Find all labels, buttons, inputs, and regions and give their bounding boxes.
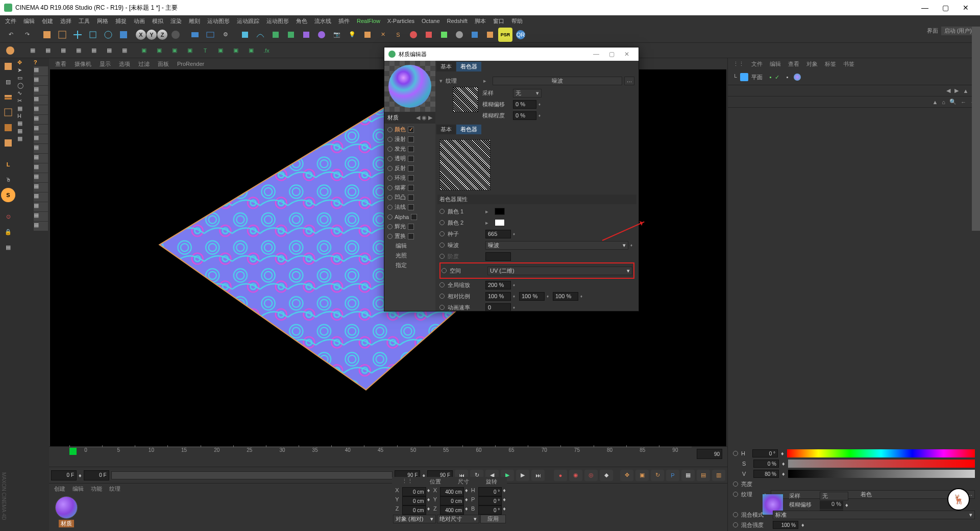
mouse-icon[interactable]: 🖱 xyxy=(1,173,15,187)
rot-key-icon[interactable]: ↻ xyxy=(651,470,664,481)
grid-j[interactable]: ▦ xyxy=(34,154,48,163)
menu-help[interactable]: 帮助 xyxy=(511,17,523,25)
coordinates-panel[interactable]: ⋮⋮ 位置 尺寸 旋转 X0 cm♦X400 cm♦H0 °♦ Y0 cm♦Y0… xyxy=(392,477,507,531)
rect-icon[interactable]: ▭ xyxy=(17,75,32,81)
grid-p[interactable]: ▦ xyxy=(34,212,48,221)
nav-up2-icon[interactable]: ▲ xyxy=(932,99,938,105)
menu-anim[interactable]: 动画 xyxy=(134,17,145,25)
key-button[interactable]: ◆ xyxy=(600,470,613,481)
close-button[interactable]: ✕ xyxy=(955,0,976,15)
tag2-icon[interactable] xyxy=(422,28,436,42)
menu-mograph2[interactable]: 运动图形 xyxy=(266,17,289,25)
cube-prim-icon[interactable] xyxy=(1,59,15,74)
left-tool-column-3[interactable]: ? ▦ ▦ ▦ ▦ ▦ ▦ ▦ ▦ ▦ ▦ ▦ ▦ ▦ ▦ ▦ ▦ ▦ xyxy=(33,58,49,531)
axis-lock[interactable]: XYZ xyxy=(136,30,167,40)
grid-n[interactable]: ▦ xyxy=(34,192,48,202)
lock-icon[interactable]: 🔒 xyxy=(1,225,15,239)
global-scale-input[interactable]: 200 % xyxy=(485,281,511,289)
coord-system-icon[interactable] xyxy=(168,28,183,42)
plane-icon[interactable]: ▦ xyxy=(1,240,15,254)
grid-q[interactable]: ▦ xyxy=(34,222,48,231)
menu-mesh[interactable]: 网格 xyxy=(97,17,108,25)
l-icon[interactable]: L xyxy=(1,157,15,172)
xp-icon[interactable]: ✕ xyxy=(376,28,390,42)
menu-tools[interactable]: 工具 xyxy=(79,17,90,25)
coord-mode-dropdown[interactable]: 对象 (相对)▾ xyxy=(393,515,436,523)
st-cube4[interactable]: ▣ xyxy=(183,43,197,58)
opt2-icon[interactable]: ▥ xyxy=(712,470,725,481)
h-icon[interactable]: H xyxy=(17,113,32,119)
current-frame[interactable] xyxy=(84,470,109,480)
grid-g[interactable]: ▦ xyxy=(34,125,48,134)
undo-button[interactable]: ↶ xyxy=(3,27,18,42)
menu-octane[interactable]: Octane xyxy=(422,18,439,24)
tag1-icon[interactable] xyxy=(406,28,421,42)
sat-slider[interactable] xyxy=(788,460,975,468)
live-select-icon[interactable] xyxy=(40,28,54,42)
checker-icon[interactable]: ▨ xyxy=(1,75,15,89)
move-icon[interactable]: ✥ xyxy=(17,59,32,66)
camera-icon[interactable]: 📷 xyxy=(330,28,344,42)
me-maximize[interactable]: ▢ xyxy=(604,51,619,58)
color1-swatch[interactable] xyxy=(495,208,505,215)
generator-icon[interactable] xyxy=(284,28,298,42)
grid-f[interactable]: ▦ xyxy=(34,115,48,124)
object-manager-menubar[interactable]: ⋮⋮ 文件 编辑 查看 对象 标签 书签 xyxy=(728,58,980,69)
maximize-button[interactable]: ▢ xyxy=(935,0,955,15)
menu-snap[interactable]: 捕捉 xyxy=(115,17,127,25)
timeline-ruler[interactable]: 0510 152025 303540 455055 606570 758085 … xyxy=(69,447,692,457)
playback-bar[interactable]: ♦ ♦ ⏮ ↻ ◀ ▶ ▶ ⏭ ● ◉ ◎ ◆ ✥ ▣ ↻ P ▦ ▤ ▥ xyxy=(49,467,727,483)
hue-slider[interactable] xyxy=(787,449,975,457)
st-d[interactable]: ▦ xyxy=(71,43,86,58)
seed-input[interactable]: 665 xyxy=(485,230,511,238)
pla-key-icon[interactable]: ▦ xyxy=(681,470,695,481)
st-cube6[interactable]: ▣ xyxy=(229,43,243,58)
color2-swatch[interactable] xyxy=(495,219,505,226)
layers1-icon[interactable] xyxy=(1,90,15,104)
grid-a[interactable]: ▦ xyxy=(34,66,48,76)
blend-strength-input[interactable]: 100 % xyxy=(773,521,798,529)
space-dropdown[interactable]: UV (二维)▾ xyxy=(487,267,632,275)
left-tool-column-1[interactable]: ▨ L 🖱 S ⊙ 🔒 ▦ xyxy=(0,58,16,531)
color-checkbox[interactable]: ✓ xyxy=(408,127,414,133)
grid-m[interactable]: ▦ xyxy=(34,183,48,192)
menu-create[interactable]: 创建 xyxy=(42,17,53,25)
rotate-tool-icon[interactable] xyxy=(101,28,115,42)
left-tool-column-2[interactable]: ✥ ➤ ▭ ◯ ∿ ✂ ▦ H ▦ ▦ ▦ xyxy=(16,58,33,531)
grid-o[interactable]: ▦ xyxy=(34,202,48,211)
material-editor-window[interactable]: 材质编辑器 — ▢ ✕ 材质◀ ◉ ▶ 颜色✓ 漫射 发光 透明 反射 环境 烟… xyxy=(384,47,639,311)
material-name[interactable]: 材质 xyxy=(387,114,399,122)
goto-end-button[interactable]: ⏭ xyxy=(531,470,545,481)
menu-char[interactable]: 角色 xyxy=(296,17,307,25)
nav-home2-icon[interactable]: ⌂ xyxy=(942,99,945,105)
cube-icon[interactable] xyxy=(238,28,252,42)
render-settings-icon[interactable]: ⚙ xyxy=(218,28,233,42)
menu-realflow[interactable]: RealFlow xyxy=(357,18,380,24)
next-frame-button[interactable]: ▶ xyxy=(516,470,529,481)
main-toolbar[interactable]: ↶ ↷ XYZ ⚙ 📷 💡 ✕ S PSR QR xyxy=(0,27,980,43)
menu-sculpt[interactable]: 雕刻 xyxy=(189,17,200,25)
sample-dropdown[interactable]: 无▾ xyxy=(513,89,542,98)
lasso-icon[interactable]: ◯ xyxy=(17,82,32,89)
st-a[interactable]: ▦ xyxy=(26,43,40,58)
grid-d[interactable]: ▦ xyxy=(34,95,48,105)
st-f[interactable]: ▦ xyxy=(102,43,116,58)
st-cube3[interactable]: ▣ xyxy=(167,43,182,58)
object-tree[interactable]: └ 平面 ▪✓ ▪ xyxy=(728,69,980,85)
nurbs-icon[interactable] xyxy=(268,28,283,42)
grid-l[interactable]: ▦ xyxy=(34,173,48,182)
question-icon[interactable]: ? xyxy=(34,59,48,65)
mat-nav-icons[interactable]: ◀ ◉ ▶ xyxy=(416,114,432,121)
opt1-icon[interactable]: ▤ xyxy=(697,470,710,481)
timeline[interactable]: 0510 152025 303540 455055 606570 758085 … xyxy=(49,446,727,467)
menu-script[interactable]: 脚本 xyxy=(475,17,486,25)
tag6-icon[interactable] xyxy=(483,28,497,42)
range-slider[interactable] xyxy=(111,471,393,479)
render-icon[interactable] xyxy=(188,28,202,42)
keyall-button[interactable]: ◎ xyxy=(584,470,598,481)
pos-key-icon[interactable]: ✥ xyxy=(620,470,633,481)
menu-file[interactable]: 文件 xyxy=(5,17,16,25)
menu-mograph[interactable]: 运动图形 xyxy=(207,17,230,25)
st-cube7[interactable]: ▣ xyxy=(244,43,258,58)
material-preview[interactable] xyxy=(384,61,435,112)
